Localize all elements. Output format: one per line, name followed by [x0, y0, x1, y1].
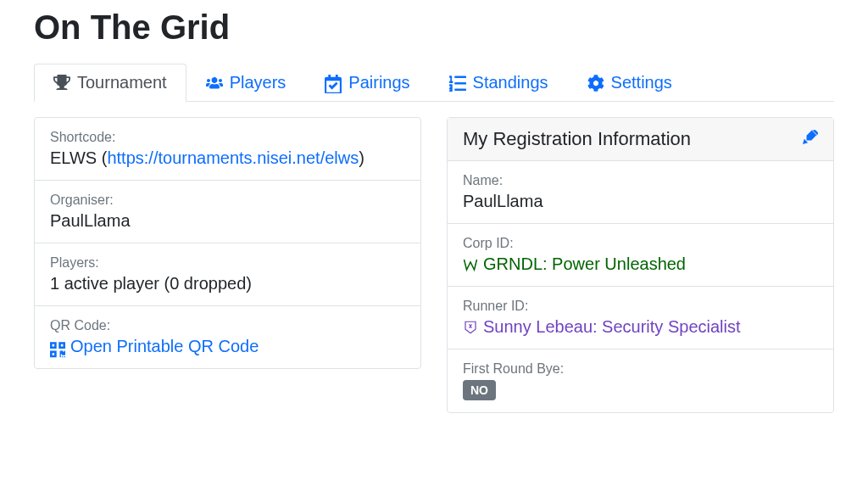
qrcode-label: QR Code: — [50, 318, 405, 333]
reg-corp-value: GRNDL: Power Unleashed — [483, 254, 686, 274]
reg-corp-label: Corp ID: — [463, 236, 818, 251]
weyland-icon — [463, 257, 478, 272]
tournament-info-card: Shortcode: ELWS (https://tournaments.nis… — [34, 117, 421, 369]
players-count-value: 1 active player (0 dropped) — [50, 274, 405, 293]
players-item: Players: 1 active player (0 dropped) — [35, 243, 420, 306]
gear-icon — [587, 75, 604, 92]
tab-label: Pairings — [348, 73, 409, 92]
reg-name-label: Name: — [463, 173, 818, 188]
tab-label: Settings — [611, 73, 672, 92]
tab-pairings[interactable]: Pairings — [305, 64, 429, 102]
organiser-value: PaulLlama — [50, 211, 405, 231]
reg-corp-item: Corp ID: GRNDL: Power Unleashed — [448, 224, 833, 287]
organiser-item: Organiser: PaulLlama — [35, 181, 420, 243]
tab-settings[interactable]: Settings — [568, 64, 692, 102]
registration-title: My Registration Information — [463, 128, 691, 150]
reg-runner-item: Runner ID: Sunny Lebeau: Security Specia… — [448, 287, 833, 349]
organiser-label: Organiser: — [50, 193, 405, 208]
reg-bye-label: First Round Bye: — [463, 361, 818, 377]
shortcode-link[interactable]: https://tournaments.nisei.net/elws — [107, 148, 359, 167]
tab-label: Tournament — [77, 73, 167, 92]
sunny-icon — [463, 320, 478, 335]
nav-tabs: Tournament Players Pairings Standings Se… — [34, 64, 834, 102]
page-title: On The Grid — [34, 8, 834, 47]
players-count-label: Players: — [50, 255, 405, 271]
users-icon — [206, 75, 223, 92]
registration-card: My Registration Information Name: PaulLl… — [447, 117, 834, 413]
shortcode-value: ELWS (https://tournaments.nisei.net/elws… — [50, 148, 405, 168]
reg-name-item: Name: PaulLlama — [448, 161, 833, 224]
qrcode-icon — [50, 341, 65, 356]
trophy-icon — [53, 75, 70, 92]
tab-players[interactable]: Players — [186, 64, 306, 102]
reg-bye-item: First Round Bye: NO — [448, 349, 833, 412]
pencil-icon — [803, 130, 818, 145]
tab-tournament[interactable]: Tournament — [34, 64, 186, 102]
reg-runner-value: Sunny Lebeau: Security Specialist — [483, 317, 741, 337]
reg-runner-label: Runner ID: — [463, 299, 818, 314]
list-ol-icon — [449, 75, 466, 92]
tab-label: Players — [230, 73, 287, 92]
qrcode-item: QR Code: Open Printable QR Code — [35, 306, 420, 368]
shortcode-label: Shortcode: — [50, 130, 405, 145]
edit-button[interactable] — [803, 128, 818, 150]
tab-standings[interactable]: Standings — [430, 64, 568, 102]
calendar-check-icon — [325, 75, 342, 92]
registration-header: My Registration Information — [448, 118, 833, 161]
shortcode-item: Shortcode: ELWS (https://tournaments.nis… — [35, 118, 420, 181]
bye-badge: NO — [463, 380, 496, 400]
tab-label: Standings — [473, 73, 548, 92]
reg-name-value: PaulLlama — [463, 192, 818, 211]
qrcode-link[interactable]: Open Printable QR Code — [70, 337, 259, 356]
